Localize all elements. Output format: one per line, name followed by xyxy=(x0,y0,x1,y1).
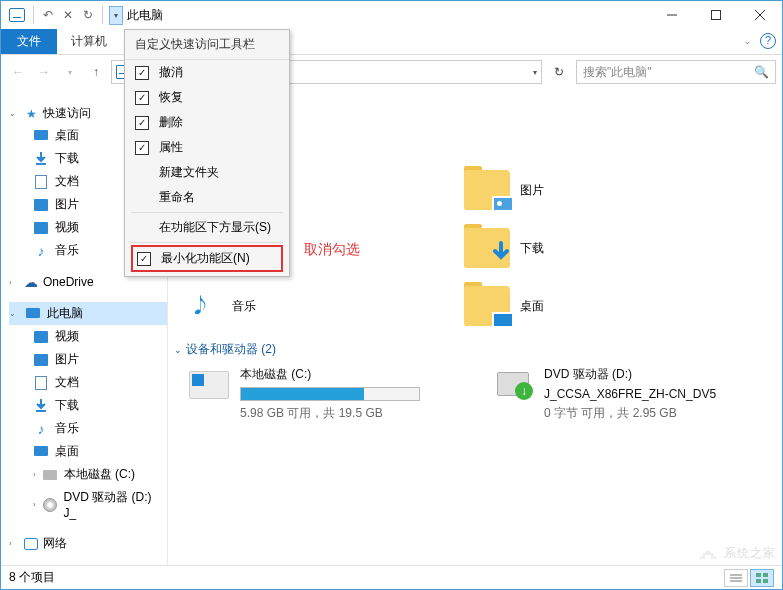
watermark: 系统之家 xyxy=(696,543,776,563)
menu-item-showbelow[interactable]: 在功能区下方显示(S) xyxy=(125,215,289,240)
tab-computer[interactable]: 计算机 xyxy=(57,29,121,54)
refresh-button[interactable]: ↻ xyxy=(546,60,572,84)
sidebar-network[interactable]: ›网络 xyxy=(9,533,167,554)
forward-button[interactable]: → xyxy=(33,61,55,83)
search-input[interactable]: 搜索"此电脑" 🔍 xyxy=(576,60,776,84)
recent-dropdown[interactable]: ▾ xyxy=(59,61,81,83)
disk-icon xyxy=(189,371,229,399)
sidebar-pc-documents[interactable]: 文档 xyxy=(9,371,167,394)
svg-rect-7 xyxy=(26,308,40,318)
qa-undo-icon[interactable]: ↶ xyxy=(38,5,58,25)
folder-music[interactable]: 𝅘𝅥𝅮 音乐 xyxy=(174,277,444,335)
sidebar-pc-diskc[interactable]: ›本地磁盘 (C:) xyxy=(9,463,167,486)
drive-c[interactable]: 本地磁盘 (C:) 5.98 GB 可用，共 19.5 GB xyxy=(188,366,468,422)
search-placeholder: 搜索"此电脑" xyxy=(583,64,652,81)
statusbar: 8 个项目 xyxy=(1,565,782,589)
dvd-icon xyxy=(493,370,533,400)
sidebar-pc-music[interactable]: ♪音乐 xyxy=(9,417,167,440)
sidebar-pc-downloads[interactable]: 下载 xyxy=(9,394,167,417)
menu-separator xyxy=(131,212,283,213)
download-icon xyxy=(488,241,514,270)
svg-rect-6 xyxy=(34,222,48,234)
search-icon: 🔍 xyxy=(754,65,769,79)
folder-pictures[interactable]: 图片 xyxy=(444,161,734,219)
svg-rect-17 xyxy=(763,579,768,583)
menu-title: 自定义快速访问工具栏 xyxy=(125,30,289,60)
sidebar-pc-desktop[interactable]: 桌面 xyxy=(9,440,167,463)
nav-toolbar: ← → ▾ ↑ › ▾ ↻ 搜索"此电脑" 🔍 xyxy=(1,55,782,89)
up-button[interactable]: ↑ xyxy=(85,61,107,83)
ribbon-tabs: 文件 计算机 ⌵ ? xyxy=(1,29,782,55)
svg-rect-16 xyxy=(756,579,761,583)
svg-rect-5 xyxy=(34,199,48,211)
drive-d[interactable]: DVD 驱动器 (D:) J_CCSA_X86FRE_ZH-CN_DV5 0 字… xyxy=(492,366,772,422)
menu-item-newfolder[interactable]: 新建文件夹 xyxy=(125,160,289,185)
titlebar: ↶ ✕ ↻ ▾ 此电脑 xyxy=(1,1,782,29)
svg-rect-14 xyxy=(756,573,761,577)
svg-rect-8 xyxy=(34,331,48,343)
status-text: 8 个项目 xyxy=(9,569,55,586)
svg-rect-9 xyxy=(34,354,48,366)
svg-rect-15 xyxy=(763,573,768,577)
maximize-button[interactable] xyxy=(694,1,738,29)
svg-rect-4 xyxy=(34,130,48,140)
menu-item-redo[interactable]: ✓恢复 xyxy=(125,85,289,110)
menu-item-properties[interactable]: ✓属性 xyxy=(125,135,289,160)
folder-desktop[interactable]: 桌面 xyxy=(444,277,734,335)
divider xyxy=(102,6,103,24)
back-button[interactable]: ← xyxy=(7,61,29,83)
annotation-label: 取消勾选 xyxy=(304,241,360,259)
folder-downloads[interactable]: 下载 xyxy=(444,219,734,277)
help-icon[interactable]: ? xyxy=(760,33,776,49)
sidebar-thispc[interactable]: ⌄此电脑 xyxy=(9,302,167,325)
svg-rect-10 xyxy=(34,446,48,456)
menu-item-minimize-ribbon[interactable]: ✓最小化功能区(N) xyxy=(131,245,283,272)
qa-customize-dropdown[interactable]: ▾ xyxy=(109,6,123,25)
star-icon: ★ xyxy=(23,106,39,122)
svg-rect-1 xyxy=(712,11,721,20)
view-icons-button[interactable] xyxy=(750,569,774,587)
minimize-button[interactable] xyxy=(650,1,694,29)
qa-customize-menu: 自定义快速访问工具栏 ✓撤消 ✓恢复 ✓删除 ✓属性 新建文件夹 重命名 在功能… xyxy=(124,29,290,277)
window-title: 此电脑 xyxy=(127,7,163,24)
app-icon xyxy=(9,8,25,22)
menu-item-rename[interactable]: 重命名 xyxy=(125,185,289,210)
picture-icon xyxy=(492,196,514,212)
music-icon: 𝅘𝅥𝅮 xyxy=(194,292,222,320)
ribbon-collapse-icon[interactable]: ⌵ xyxy=(745,37,750,46)
qa-refresh-icon[interactable]: ↻ xyxy=(78,5,98,25)
divider xyxy=(33,6,34,24)
menu-item-delete[interactable]: ✓删除 xyxy=(125,110,289,135)
menu-separator xyxy=(131,242,283,243)
sidebar-pc-dvd[interactable]: ›DVD 驱动器 (D:) J_ xyxy=(9,486,167,523)
view-details-button[interactable] xyxy=(724,569,748,587)
cloud-icon: ☁ xyxy=(23,274,39,290)
menu-item-undo[interactable]: ✓撤消 xyxy=(125,60,289,85)
close-button[interactable] xyxy=(738,1,782,29)
sidebar-pc-videos[interactable]: 视频 xyxy=(9,325,167,348)
section-devices[interactable]: ⌄设备和驱动器 (2) xyxy=(174,341,772,358)
sidebar-pc-pictures[interactable]: 图片 xyxy=(9,348,167,371)
desktop-icon xyxy=(492,312,514,328)
disk-usage-bar xyxy=(240,387,420,401)
tab-file[interactable]: 文件 xyxy=(1,29,57,54)
qa-redo-icon[interactable]: ✕ xyxy=(58,5,78,25)
